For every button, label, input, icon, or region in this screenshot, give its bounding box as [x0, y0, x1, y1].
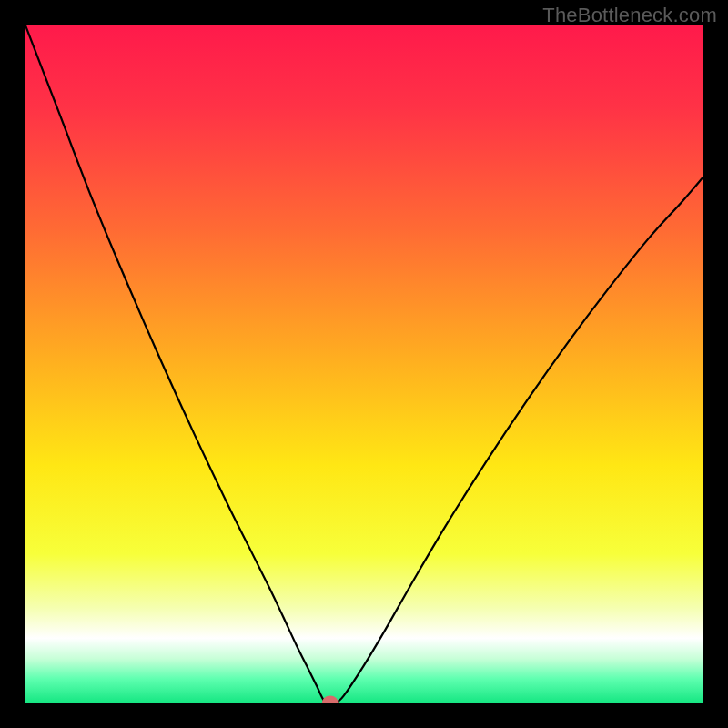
gradient-background	[25, 25, 703, 703]
bottleneck-chart	[25, 25, 703, 703]
watermark-text: TheBottleneck.com	[542, 4, 717, 27]
outer-frame: TheBottleneck.com	[0, 0, 728, 728]
